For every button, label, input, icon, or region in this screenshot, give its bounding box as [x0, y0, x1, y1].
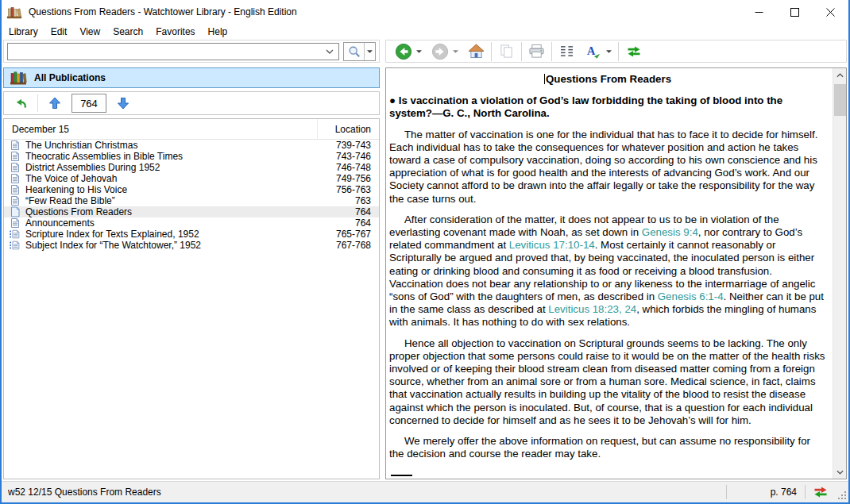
- forward-icon: [431, 43, 449, 60]
- chevron-down-icon: [606, 50, 612, 53]
- copy-button[interactable]: [496, 41, 517, 62]
- scrollbar-thumb[interactable]: [834, 84, 846, 116]
- scripture-link[interactable]: Genesis 6:1-4: [658, 290, 724, 302]
- menu-item-help[interactable]: Help: [202, 25, 234, 38]
- article-icon: [10, 173, 21, 184]
- scrollbar-up-button[interactable]: [833, 68, 846, 82]
- next-page-button[interactable]: [113, 94, 133, 113]
- list-item-label: The Voice of Jehovah: [25, 173, 317, 184]
- menu-item-library[interactable]: Library: [2, 25, 44, 38]
- article-icon: [10, 184, 21, 195]
- search-button[interactable]: [344, 43, 365, 60]
- document-scrollbar[interactable]: [833, 68, 846, 479]
- list-item[interactable]: “Few Read the Bible”763: [4, 195, 379, 206]
- publications-header[interactable]: All Publications: [3, 67, 380, 88]
- chevron-down-icon: [416, 50, 422, 53]
- list-item[interactable]: The Voice of Jehovah749-756: [4, 173, 379, 184]
- index-icon: [10, 229, 21, 240]
- previous-page-button[interactable]: [44, 94, 65, 113]
- forward-button[interactable]: [429, 41, 450, 62]
- list-item[interactable]: Scripture Index for Texts Explained, 195…: [4, 229, 379, 240]
- grip-dots-icon: [838, 491, 847, 500]
- article-icon: [10, 195, 21, 206]
- resize-grip[interactable]: [836, 482, 848, 502]
- list-item-location: 764: [317, 217, 379, 229]
- doc-paragraphs: The matter of vaccination is one for the…: [389, 129, 826, 461]
- scripture-link[interactable]: Genesis 9:4: [642, 226, 698, 238]
- scrollbar-down-button[interactable]: [833, 465, 846, 479]
- books-icon: [10, 71, 27, 85]
- list-item[interactable]: Theocratic Assemblies in Bible Times743-…: [4, 151, 379, 162]
- maximize-button[interactable]: [777, 0, 813, 24]
- list-item-label: Scripture Index for Texts Explained, 195…: [25, 229, 317, 240]
- list-item-location: 767-768: [317, 240, 379, 251]
- swap-arrows-icon: [626, 45, 642, 58]
- scrollbar-track[interactable]: [833, 82, 846, 465]
- list-item-location: 756-763: [317, 184, 379, 195]
- search-input[interactable]: [8, 44, 321, 59]
- close-icon: [826, 8, 835, 17]
- back-button[interactable]: [392, 41, 414, 62]
- status-reference: w52 12/15 Questions From Readers: [8, 487, 726, 498]
- menu-item-favorites[interactable]: Favorites: [149, 25, 201, 38]
- menu-item-edit[interactable]: Edit: [44, 25, 74, 38]
- menu-item-view[interactable]: View: [73, 25, 106, 38]
- list-item-label: The Unchristian Christmas: [25, 140, 317, 151]
- font-button[interactable]: A: [582, 41, 604, 62]
- article-list: The Unchristian Christmas739-743Theocrat…: [4, 140, 379, 251]
- print-button[interactable]: [526, 41, 547, 62]
- article-list-panel: December 15 Location The Unchristian Chr…: [3, 118, 380, 479]
- search-icon: [348, 45, 361, 58]
- search-options-dropdown[interactable]: [365, 43, 375, 60]
- navigation-toolbar: A: [385, 40, 847, 63]
- list-item-label: Subject Index for “The Watchtower,” 1952: [25, 240, 317, 251]
- svg-text:A: A: [587, 44, 596, 57]
- left-panel: All Publications December 15 Locatio: [3, 67, 380, 479]
- document-content: Questions From Readers ● Is vaccination …: [386, 68, 833, 479]
- columns-icon: [559, 45, 574, 57]
- footnote-rule: [391, 475, 412, 476]
- list-item[interactable]: The Unchristian Christmas739-743: [4, 140, 379, 151]
- minimize-icon: [755, 8, 763, 17]
- list-item-label: Questions From Readers: [25, 206, 317, 217]
- font-dropdown[interactable]: [604, 41, 614, 62]
- list-item-location: 764: [317, 206, 379, 217]
- text-caret: [544, 74, 545, 84]
- copy-icon: [499, 44, 514, 59]
- index-icon: [10, 240, 21, 251]
- list-item[interactable]: Announcements764: [4, 217, 379, 229]
- chevron-down-icon: [836, 470, 844, 475]
- list-item[interactable]: Subject Index for “The Watchtower,” 1952…: [4, 240, 379, 251]
- status-sync-button[interactable]: [806, 486, 836, 498]
- title-bar: Questions From Readers - Watchtower Libr…: [2, 0, 848, 24]
- article-icon: [10, 217, 21, 229]
- document-panel: Questions From Readers ● Is vaccination …: [385, 67, 847, 479]
- list-item[interactable]: Questions From Readers764: [4, 206, 379, 217]
- list-header-date: December 15: [4, 119, 317, 139]
- chevron-up-icon: [836, 73, 844, 78]
- list-item[interactable]: Hearkening to His Voice756-763: [4, 184, 379, 195]
- search-combo-dropdown[interactable]: [321, 49, 338, 54]
- toolbar: A: [2, 39, 848, 65]
- parallel-translations-button[interactable]: [623, 41, 644, 62]
- paragraph: We merely offer the above information on…: [389, 435, 826, 460]
- close-button[interactable]: [813, 0, 848, 24]
- return-button[interactable]: [10, 94, 31, 113]
- scripture-link[interactable]: Leviticus 18:23, 24: [548, 303, 636, 315]
- forward-history-dropdown[interactable]: [450, 41, 461, 62]
- page-number-input[interactable]: [71, 94, 106, 113]
- article-icon: [10, 140, 21, 151]
- parallel-columns-button[interactable]: [556, 41, 578, 62]
- search-split-button: [343, 42, 376, 61]
- menu-item-search[interactable]: Search: [106, 25, 149, 38]
- window-controls: [741, 0, 848, 24]
- list-item[interactable]: District Assemblies During 1952746-748: [4, 162, 379, 173]
- menu-bar: LibraryEditViewSearchFavoritesHelp: [2, 24, 848, 39]
- scripture-link[interactable]: Leviticus 17:10-14: [509, 239, 595, 251]
- list-item-location: 739-743: [317, 140, 379, 151]
- minimize-button[interactable]: [741, 0, 777, 24]
- back-history-dropdown[interactable]: [414, 41, 424, 62]
- chevron-down-icon: [326, 49, 334, 54]
- print-icon: [528, 44, 545, 59]
- home-button[interactable]: [466, 41, 487, 62]
